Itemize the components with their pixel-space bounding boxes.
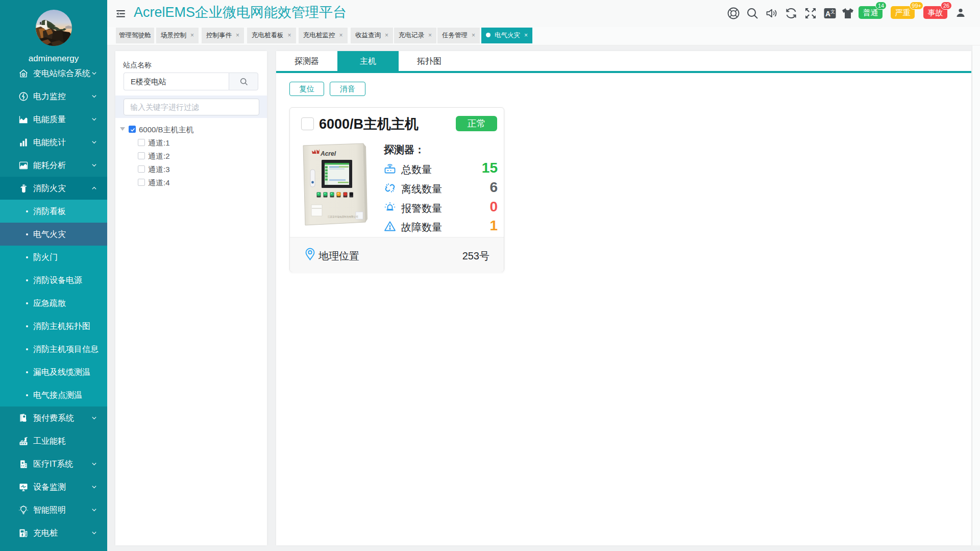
svg-text:文: 文 xyxy=(830,9,835,14)
svg-text:Acrel: Acrel xyxy=(320,150,336,157)
svg-text:A: A xyxy=(825,10,830,18)
svg-text:江苏安科瑞电器制造有限公司: 江苏安科瑞电器制造有限公司 xyxy=(328,215,358,219)
